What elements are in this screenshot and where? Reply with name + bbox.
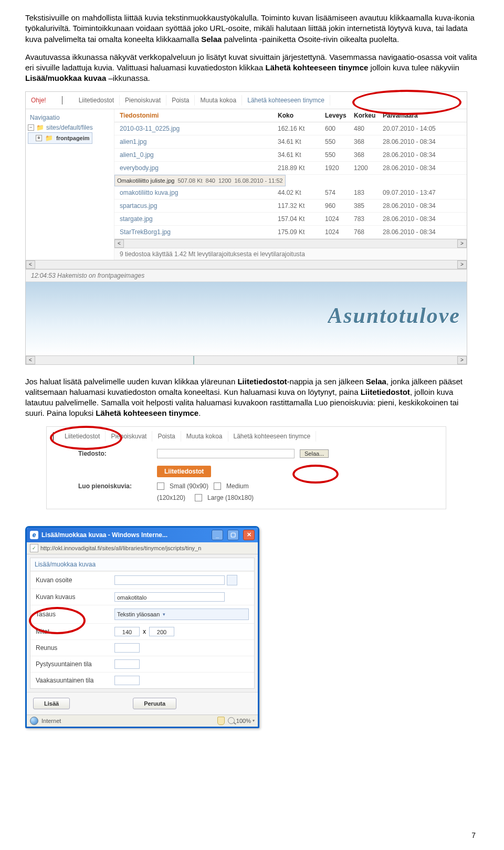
cancel-button[interactable]: Peruuta bbox=[133, 698, 176, 709]
paragraph-upload-instructions: Jos haluat lisätä palvelimelle uuden kuv… bbox=[25, 376, 479, 419]
address-bar[interactable]: ✓ http://okl.innovadigital.fi/sites/all/… bbox=[27, 542, 258, 554]
tab-liitetiedostot[interactable]: Liitetiedostot bbox=[59, 431, 106, 442]
tab-laheta-tinymce[interactable]: Lähetä kohteeseen tinymce bbox=[228, 431, 317, 442]
input-kuvaus[interactable]: omakotitalo bbox=[114, 592, 225, 602]
text: -nappia ja sen jälkeen bbox=[287, 377, 366, 386]
window-titlebar[interactable]: e Lisää/muokkaa kuvaa - Windows Interne.… bbox=[27, 528, 258, 542]
folder-icon: 📁 bbox=[36, 124, 44, 131]
scroll-left-icon[interactable]: < bbox=[26, 260, 35, 269]
table-row[interactable]: Omakotiliitto juliste.jpg507.08 Kt840120… bbox=[114, 175, 286, 186]
browse-server-icon[interactable] bbox=[227, 575, 237, 585]
table-row[interactable]: alien1.jpg34.61 Kt55036828.06.2010 - 08:… bbox=[114, 135, 467, 149]
magnifier-icon bbox=[228, 717, 235, 724]
lbl-vaaka: Vaakasuuntainen tila bbox=[36, 677, 114, 684]
hdr-h[interactable]: Korkeu bbox=[354, 112, 383, 119]
chevron-down-icon: ▾ bbox=[253, 718, 255, 723]
tab-bar: Liitetiedostot Pienoiskuvat Poista Muuta… bbox=[47, 427, 446, 447]
dialog-buttons: Lisää Peruuta bbox=[27, 692, 258, 715]
table-row[interactable]: spartacus.jpg117.32 Kt96038528.06.2010 -… bbox=[114, 200, 467, 213]
scroll-right-icon[interactable]: > bbox=[457, 239, 467, 248]
table-header: Tiedostonimi Koko Leveys Korkeu Päivämää… bbox=[114, 109, 467, 122]
bold-selaa: Selaa bbox=[366, 377, 386, 386]
tree-root[interactable]: − 📁 sites/default/files bbox=[28, 123, 112, 132]
browse-button[interactable]: Selaa... bbox=[300, 449, 329, 458]
cell-w: 1920 bbox=[325, 164, 354, 172]
tab-liitetiedostot[interactable]: Liitetiedostot bbox=[74, 95, 120, 106]
input-pysty[interactable] bbox=[114, 659, 140, 669]
cell-name: alien1.jpg bbox=[120, 138, 278, 145]
select-tasaus[interactable]: Tekstin yläosaan ▾ bbox=[114, 608, 249, 620]
tab-pienoiskuvat[interactable]: Pienoiskuvat bbox=[106, 431, 152, 442]
upload-screenshot: Liitetiedostot Pienoiskuvat Poista Muuta… bbox=[46, 426, 446, 509]
tree-expand-icon[interactable]: + bbox=[36, 135, 42, 141]
input-osoite[interactable] bbox=[114, 575, 225, 585]
opt-small: Small (90x90) bbox=[170, 482, 208, 490]
hdr-w[interactable]: Leveys bbox=[325, 112, 354, 119]
checkbox-medium[interactable] bbox=[214, 482, 221, 490]
insert-button[interactable]: Lisää bbox=[33, 698, 70, 709]
globe-icon bbox=[30, 717, 38, 725]
scroll-left-icon[interactable]: < bbox=[114, 239, 124, 248]
cell-h: 768 bbox=[354, 228, 383, 236]
minimize-button[interactable]: _ bbox=[212, 530, 223, 540]
dims-x: x bbox=[143, 628, 146, 635]
tab-laheta-tinymce[interactable]: Lähetä kohteeseen tinymce bbox=[242, 95, 330, 106]
scroll-left-icon[interactable]: < bbox=[26, 356, 35, 364]
input-reunus[interactable] bbox=[114, 643, 140, 653]
row-tasaus: Tasaus Tekstin yläosaan ▾ bbox=[30, 605, 254, 623]
table-row[interactable]: alien1_0.jpg34.61 Kt55036828.06.2010 - 0… bbox=[114, 149, 467, 162]
table-row[interactable]: StarTrekBorg1.jpg175.09 Kt102476828.06.2… bbox=[114, 226, 467, 239]
cell-h: 368 bbox=[354, 151, 383, 159]
tab-poista[interactable]: Poista bbox=[152, 431, 181, 442]
table-row[interactable]: 2010-03-11_0225.jpg162.16 Kt60048020.07.… bbox=[114, 122, 467, 135]
hdr-size[interactable]: Koko bbox=[278, 112, 325, 119]
select-tasaus-value: Tekstin yläosaan bbox=[117, 611, 160, 617]
timestamp-text: 12:04:53 Hakemisto on frontpageimages bbox=[31, 272, 144, 279]
text: jolloin kuva tulee näkyviin bbox=[368, 63, 459, 72]
lbl-mitat: Mitat bbox=[36, 628, 114, 635]
cell-w: 550 bbox=[325, 151, 354, 159]
file-input[interactable] bbox=[157, 449, 295, 458]
upload-submit-button[interactable]: Liitetiedostot bbox=[157, 466, 211, 477]
scroll-right-icon[interactable]: > bbox=[457, 356, 467, 364]
cell-w: 600 bbox=[325, 125, 354, 132]
thumb-label: Luo pienoiskuvia: bbox=[78, 482, 152, 490]
zoom-control[interactable]: 100% ▾ bbox=[228, 717, 255, 724]
nav-h-scrollbar[interactable]: < > bbox=[26, 260, 467, 269]
checkbox-small[interactable] bbox=[157, 482, 164, 490]
input-vaaka[interactable] bbox=[114, 676, 140, 685]
upload-form: Tiedosto: Selaa... Liitetiedostot Luo pi… bbox=[47, 447, 446, 509]
scroll-right-icon[interactable]: > bbox=[457, 260, 467, 269]
nav-header: Navigaatio bbox=[28, 112, 112, 123]
cell-h: 480 bbox=[354, 125, 383, 132]
tree-collapse-icon[interactable]: − bbox=[28, 124, 34, 131]
table-row[interactable]: stargate.jpg157.04 Kt102478328.06.2010 -… bbox=[114, 213, 467, 226]
image-preview: Asuntotulove bbox=[26, 281, 467, 355]
hdr-name[interactable]: Tiedostonimi bbox=[120, 112, 278, 119]
scroll-track[interactable] bbox=[36, 356, 457, 364]
input-height[interactable]: 200 bbox=[149, 627, 174, 636]
checkbox-large[interactable] bbox=[195, 494, 202, 501]
scroll-track[interactable] bbox=[124, 240, 457, 247]
tab-poista[interactable]: Poista bbox=[166, 95, 195, 106]
table-row[interactable]: everybody.jpg218.89 Kt1920120028.06.2010… bbox=[114, 162, 467, 175]
tree-selected[interactable]: + 📁 frontpageim bbox=[28, 132, 92, 144]
cell-date: 28.06.2010 - 08:34 bbox=[383, 215, 461, 223]
scroll-track[interactable] bbox=[36, 261, 457, 268]
cell-name: stargate.jpg bbox=[120, 215, 278, 223]
tab-pienoiskuvat[interactable]: Pienoiskuvat bbox=[120, 95, 166, 106]
help-label: Ohje! bbox=[31, 97, 46, 104]
scroll-thumb[interactable] bbox=[193, 356, 194, 364]
preview-h-scrollbar[interactable]: < > bbox=[26, 355, 467, 364]
close-button[interactable]: ✕ bbox=[243, 530, 255, 540]
h-scrollbar[interactable]: < > bbox=[114, 239, 467, 248]
input-width[interactable]: 140 bbox=[114, 627, 140, 636]
maximize-button[interactable]: ▢ bbox=[227, 530, 239, 540]
hdr-date[interactable]: Päivämäärä bbox=[383, 112, 461, 119]
tab-muuta-kokoa[interactable]: Muuta kokoa bbox=[195, 95, 242, 106]
text: –ikkunassa. bbox=[106, 74, 150, 82]
table-row[interactable]: omakotiliitto kuva.jpg44.02 Kt57418309.0… bbox=[114, 186, 467, 200]
page-icon: ✓ bbox=[30, 544, 38, 552]
tab-muuta-kokoa[interactable]: Muuta kokoa bbox=[181, 431, 228, 442]
cell-size: 117.32 Kt bbox=[278, 202, 325, 209]
